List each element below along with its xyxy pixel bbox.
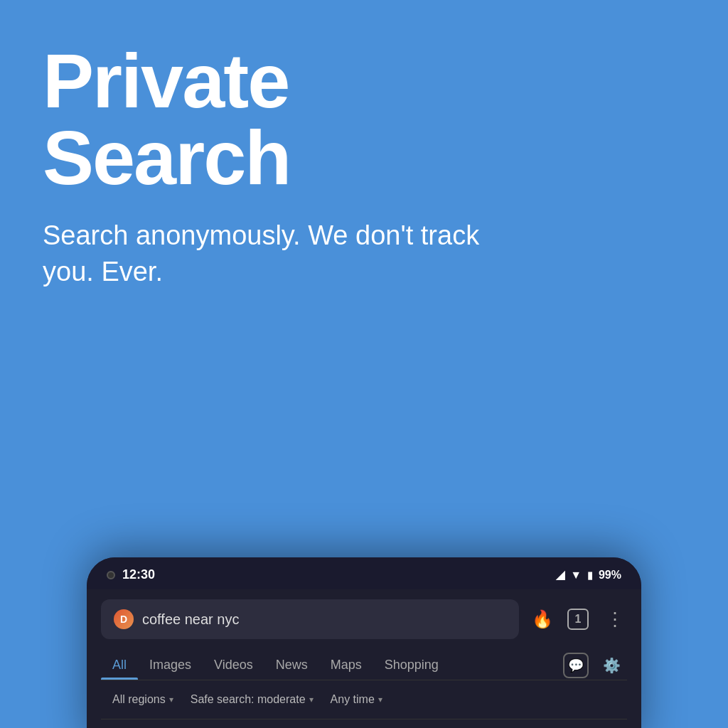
- region-filter[interactable]: All regions ▾: [104, 689, 182, 710]
- phone-screen: 12:30 ◢ ▼ ▮ 99% D coffee near nyc �: [87, 557, 641, 728]
- status-time: 12:30: [122, 567, 155, 582]
- tab-news[interactable]: News: [264, 651, 319, 680]
- safe-search-arrow-icon: ▾: [309, 695, 314, 705]
- flame-icon: 🔥: [532, 609, 553, 629]
- time-filter-label: Any time: [331, 693, 375, 706]
- region-arrow-icon: ▾: [169, 695, 173, 705]
- time-filter[interactable]: Any time ▾: [322, 689, 391, 710]
- toolbar-icons: 🔥 1 ⋮: [529, 606, 627, 633]
- status-left: 12:30: [107, 567, 155, 582]
- nav-right-icons: 💬 ⚙️: [563, 653, 627, 678]
- camera-icon: [107, 571, 115, 579]
- more-options-button[interactable]: ⋮: [600, 606, 627, 633]
- tab-videos[interactable]: Videos: [203, 651, 264, 680]
- search-bar-row: D coffee near nyc 🔥 1 ⋮: [101, 599, 627, 639]
- safe-search-label: Safe search: moderate: [191, 693, 306, 706]
- tab-maps[interactable]: Maps: [319, 651, 373, 680]
- more-icon: ⋮: [606, 613, 622, 626]
- tab-maps-label: Maps: [331, 658, 362, 672]
- browser-content: D coffee near nyc 🔥 1 ⋮: [87, 589, 641, 728]
- result-area: Shopping for coffee near me: [101, 719, 627, 728]
- tab-count: 1: [575, 613, 582, 626]
- tab-shopping-label: Shopping: [385, 658, 439, 672]
- wifi-icon: ▼: [570, 569, 582, 582]
- chat-icon: 💬: [568, 658, 584, 673]
- headline-line2: Search: [43, 114, 290, 200]
- tab-shopping[interactable]: Shopping: [373, 651, 450, 680]
- settings-button[interactable]: ⚙️: [599, 653, 624, 678]
- gear-icon: ⚙️: [603, 657, 621, 674]
- tab-all-label: All: [112, 658, 127, 672]
- chat-button[interactable]: 💬: [563, 653, 589, 678]
- filter-row: All regions ▾ Safe search: moderate ▾ An…: [101, 680, 627, 719]
- tab-all[interactable]: All: [101, 651, 138, 680]
- tab-news-label: News: [276, 658, 308, 672]
- safe-search-filter[interactable]: Safe search: moderate ▾: [182, 689, 322, 710]
- battery-percent: 99%: [599, 569, 621, 582]
- nav-tabs-row: All Images Videos News Maps Shopping: [101, 651, 627, 680]
- tab-videos-label: Videos: [214, 658, 253, 672]
- signal-icon: ◢: [556, 568, 564, 582]
- fire-button[interactable]: 🔥: [529, 606, 556, 633]
- tab-count-button[interactable]: 1: [567, 609, 589, 630]
- ddg-logo: D: [114, 609, 134, 629]
- status-bar: 12:30 ◢ ▼ ▮ 99%: [87, 557, 641, 589]
- headline: Private Search: [43, 43, 685, 196]
- tab-images[interactable]: Images: [138, 651, 203, 680]
- battery-icon: ▮: [587, 569, 593, 581]
- search-input-wrap[interactable]: D coffee near nyc: [101, 599, 519, 639]
- time-arrow-icon: ▾: [378, 695, 382, 705]
- headline-line1: Private: [43, 38, 289, 124]
- region-filter-label: All regions: [112, 693, 166, 706]
- status-right: ◢ ▼ ▮ 99%: [556, 568, 621, 582]
- tab-images-label: Images: [149, 658, 191, 672]
- subheadline: Search anonymously. We don't track you. …: [43, 218, 526, 291]
- phone-mockup: 12:30 ◢ ▼ ▮ 99% D coffee near nyc �: [87, 557, 641, 728]
- hero-section: Private Search Search anonymously. We do…: [0, 0, 728, 291]
- search-query[interactable]: coffee near nyc: [142, 611, 506, 628]
